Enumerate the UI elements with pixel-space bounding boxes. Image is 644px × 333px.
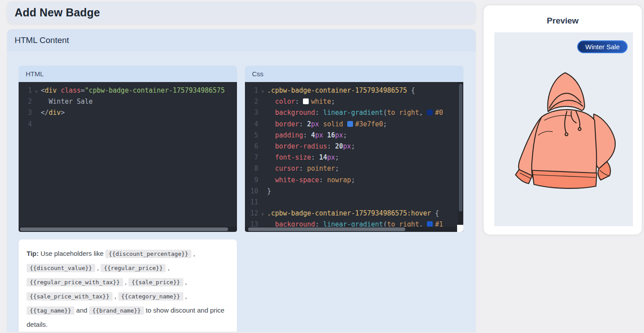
preview-panel: Winter Sale <box>494 32 633 226</box>
line-number: 11 <box>248 197 258 208</box>
line-number: 3 <box>248 107 258 118</box>
css-editor-title: Css <box>245 66 463 82</box>
line-number: 1 <box>22 85 32 96</box>
product-badge[interactable]: Winter Sale <box>577 40 628 53</box>
placeholder-chip: {{sale_price_with_tax}} <box>27 292 113 301</box>
html-content-section: HTML Content HTML 1∨<div class="cpbw-bad… <box>7 29 476 332</box>
css-code-lines: 1∨.cpbw-badge-container-1757934986575 {2… <box>245 82 463 230</box>
page-title: Add New Badge <box>15 6 100 19</box>
code-line: 5 padding: 4px 16px; <box>245 130 463 141</box>
placeholder-chip: {{discount_percentage}} <box>105 250 191 258</box>
tip-text: Tip: Use placeholders like {{discount_pe… <box>27 250 225 328</box>
tip-card: Tip: Use placeholders like {{discount_pe… <box>19 239 237 332</box>
html-editor-card: HTML 1∨<div class="cpbw-badge-container-… <box>19 66 237 232</box>
hoodie-illustration <box>507 64 621 193</box>
preview-card: Preview Winter Sale <box>484 5 642 235</box>
section-title: HTML Content <box>7 29 476 51</box>
line-number: 4 <box>22 119 32 130</box>
placeholder-chip: {{discount_value}} <box>27 264 95 272</box>
code-line: 11 <box>245 197 463 208</box>
fold-icon: ∨ <box>258 86 267 97</box>
css-code-editor[interactable]: 1∨.cpbw-badge-container-1757934986575 {2… <box>245 82 463 232</box>
line-number: 12 <box>248 208 258 219</box>
fold-icon: ∨ <box>32 86 41 97</box>
color-swatch <box>427 110 433 115</box>
editors-row: HTML 1∨<div class="cpbw-badge-container-… <box>19 66 476 232</box>
placeholder-chip: {{regular_price}} <box>101 264 166 272</box>
fold-icon: ∨ <box>258 208 267 219</box>
scrollbar-thumb[interactable] <box>248 227 405 231</box>
preview-title: Preview <box>484 16 642 26</box>
scrollbar-thumb[interactable] <box>459 84 462 212</box>
line-number: 3 <box>22 107 32 118</box>
code-line: 12∨.cpbw-badge-container-1757934986575:h… <box>245 208 463 219</box>
line-number: 1 <box>248 85 258 96</box>
css-editor-card: Css 1∨.cpbw-badge-container-175793498657… <box>245 66 463 232</box>
line-number: 8 <box>248 163 258 174</box>
placeholder-chip: {{sale_price}} <box>128 278 183 286</box>
placeholder-chip: {{category_name}} <box>118 292 183 301</box>
code-line: 2 Winter Sale <box>19 96 237 107</box>
code-line: 6 border-radius: 20px; <box>245 141 463 152</box>
line-number: 9 <box>248 175 258 186</box>
scrollbar-thumb[interactable] <box>20 227 228 231</box>
code-line: 1∨.cpbw-badge-container-1757934986575 { <box>245 85 463 96</box>
code-line: 3 background: linear-gradient(to right, … <box>245 107 463 118</box>
code-line: 4 <box>19 119 237 130</box>
placeholder-chip: {{regular_price_with_tax}} <box>27 278 123 286</box>
line-number: 2 <box>248 96 258 107</box>
line-number: 2 <box>22 96 32 107</box>
placeholder-chip: {{tag_name}} <box>27 306 74 315</box>
code-line: 1∨<div class="cpbw-badge-container-17579… <box>19 85 237 96</box>
css-horizontal-scrollbar[interactable] <box>245 227 463 232</box>
line-number: 10 <box>248 186 258 197</box>
html-code-editor[interactable]: 1∨<div class="cpbw-badge-container-17579… <box>19 82 237 232</box>
color-swatch <box>347 121 353 127</box>
code-line: 7 font-size: 14px; <box>245 152 463 163</box>
badge-row: Winter Sale <box>494 32 633 53</box>
section-body: HTML 1∨<div class="cpbw-badge-container-… <box>7 51 476 332</box>
code-line: 2 color: white; <box>245 96 463 107</box>
css-vertical-scrollbar[interactable] <box>458 82 463 227</box>
code-line: 10} <box>245 186 463 197</box>
page-header-card: Add New Badge <box>7 1 476 24</box>
code-line: 9 white-space: nowrap; <box>245 175 463 186</box>
line-number: 6 <box>248 141 258 152</box>
placeholder-chip: {{brand_name}} <box>89 306 144 315</box>
line-number: 7 <box>248 152 258 163</box>
line-number: 4 <box>248 119 258 130</box>
code-line: 8 cursor: pointer; <box>245 163 463 174</box>
html-horizontal-scrollbar[interactable] <box>19 227 237 232</box>
code-line: 4 border: 2px solid #3e7fe0; <box>245 119 463 130</box>
product-image <box>494 64 633 193</box>
line-number: 5 <box>248 130 258 141</box>
html-code-lines: 1∨<div class="cpbw-badge-container-17579… <box>19 82 237 130</box>
main-column: Add New Badge HTML Content HTML 1∨<div c… <box>7 1 476 332</box>
scrollbar-corner <box>457 225 463 232</box>
color-swatch <box>303 98 309 104</box>
html-editor-title: HTML <box>19 66 237 82</box>
code-line: 3</div> <box>19 107 237 118</box>
